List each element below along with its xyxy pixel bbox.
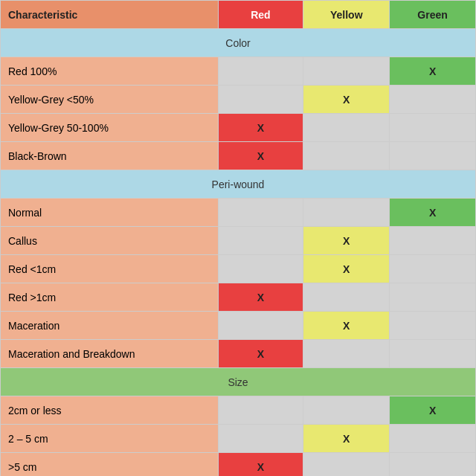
table-row: CallusX	[1, 227, 476, 255]
characteristic-cell: >5 cm	[1, 453, 219, 477]
section-label-2: Size	[1, 368, 476, 396]
yellow-cell: X	[303, 312, 390, 340]
table-row: Yellow-Grey 50-100%X	[1, 114, 476, 142]
green-cell: X	[390, 199, 476, 227]
characteristic-cell: Normal	[1, 199, 219, 227]
table-row: >5 cmX	[1, 453, 476, 477]
characteristic-cell: Red <1cm	[1, 255, 219, 283]
col-header-green: Green	[390, 1, 476, 29]
table-row: Black-BrownX	[1, 142, 476, 170]
green-cell	[390, 453, 476, 477]
green-cell: X	[390, 57, 476, 86]
yellow-cell	[303, 199, 390, 227]
characteristic-cell: Maceration	[1, 312, 219, 340]
section-label-0: Color	[1, 29, 476, 57]
green-cell	[390, 86, 476, 114]
characteristic-cell: Yellow-Grey <50%	[1, 86, 219, 114]
yellow-cell: X	[303, 86, 390, 114]
col-header-characteristic: Characteristic	[1, 1, 219, 29]
characteristic-cell: 2 – 5 cm	[1, 425, 219, 453]
green-cell	[390, 340, 476, 368]
red-cell	[218, 312, 303, 340]
table-row: Red <1cmX	[1, 255, 476, 283]
red-cell: X	[218, 114, 303, 142]
red-cell	[218, 57, 303, 86]
red-cell: X	[218, 142, 303, 170]
characteristic-cell: Maceration and Breakdown	[1, 340, 219, 368]
yellow-cell	[303, 283, 390, 312]
yellow-cell	[303, 114, 390, 142]
yellow-cell: X	[303, 255, 390, 283]
table-row: Red >1cmX	[1, 283, 476, 312]
wound-assessment-table: Characteristic Red Yellow Green ColorRed…	[0, 0, 476, 476]
table-row: 2cm or lessX	[1, 396, 476, 425]
red-cell	[218, 199, 303, 227]
yellow-cell	[303, 396, 390, 425]
section-header-size: Size	[1, 368, 476, 396]
red-cell: X	[218, 283, 303, 312]
section-header-color: Color	[1, 29, 476, 57]
red-cell	[218, 86, 303, 114]
section-header-peri-wound: Peri-wound	[1, 170, 476, 199]
red-cell	[218, 425, 303, 453]
green-cell	[390, 142, 476, 170]
table-row: Maceration and BreakdownX	[1, 340, 476, 368]
table-row: Red 100%X	[1, 57, 476, 86]
green-cell	[390, 114, 476, 142]
yellow-cell	[303, 340, 390, 368]
characteristic-cell: 2cm or less	[1, 396, 219, 425]
green-cell: X	[390, 396, 476, 425]
col-header-yellow: Yellow	[303, 1, 390, 29]
table-row: Yellow-Grey <50%X	[1, 86, 476, 114]
table-row: 2 – 5 cmX	[1, 425, 476, 453]
green-cell	[390, 312, 476, 340]
yellow-cell	[303, 453, 390, 477]
yellow-cell: X	[303, 227, 390, 255]
yellow-cell	[303, 57, 390, 86]
col-header-red: Red	[218, 1, 303, 29]
characteristic-cell: Red >1cm	[1, 283, 219, 312]
characteristic-cell: Yellow-Grey 50-100%	[1, 114, 219, 142]
table-row: MacerationX	[1, 312, 476, 340]
section-label-1: Peri-wound	[1, 170, 476, 199]
table-row: NormalX	[1, 199, 476, 227]
characteristic-cell: Callus	[1, 227, 219, 255]
characteristic-cell: Red 100%	[1, 57, 219, 86]
green-cell	[390, 283, 476, 312]
yellow-cell: X	[303, 425, 390, 453]
yellow-cell	[303, 142, 390, 170]
red-cell	[218, 396, 303, 425]
characteristic-cell: Black-Brown	[1, 142, 219, 170]
red-cell: X	[218, 453, 303, 477]
red-cell	[218, 227, 303, 255]
green-cell	[390, 255, 476, 283]
red-cell	[218, 255, 303, 283]
green-cell	[390, 425, 476, 453]
red-cell: X	[218, 340, 303, 368]
green-cell	[390, 227, 476, 255]
